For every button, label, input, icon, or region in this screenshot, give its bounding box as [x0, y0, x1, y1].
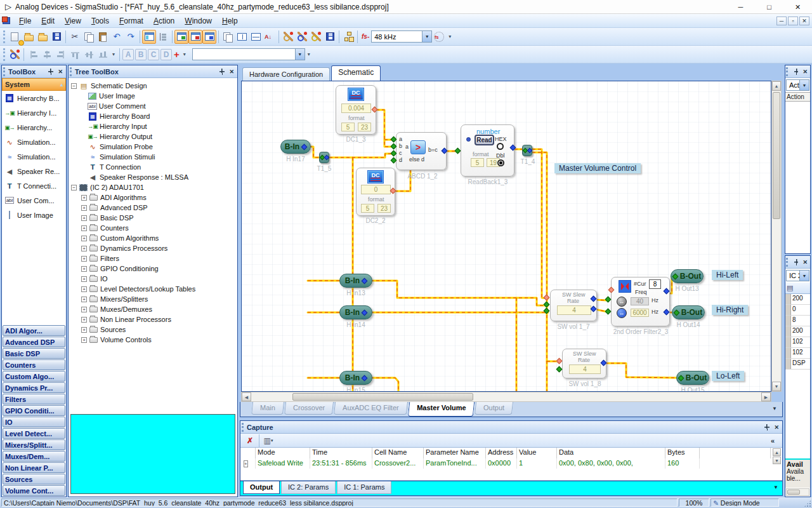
block-bin14[interactable]: B-In	[339, 305, 372, 319]
toolbar2-overflow[interactable]: ▾	[305, 51, 313, 57]
expand-toggle[interactable]: +	[81, 266, 87, 272]
block-readback[interactable]: number Read HEX format 5 19 Dbl	[461, 124, 514, 177]
page-tabs-dropdown-icon[interactable]: ▼	[772, 402, 777, 416]
format-preset-combo[interactable]: ▼	[192, 48, 305, 60]
swvol8-value-field[interactable]: 4	[569, 364, 601, 374]
page-tab-output[interactable]: Output	[475, 402, 513, 415]
collapse-panel-icon[interactable]: «	[771, 437, 775, 444]
table-scroll-up-icon[interactable]: ▲	[773, 448, 781, 456]
block-bout15[interactable]: B-Out	[676, 371, 709, 385]
toolbar-overflow[interactable]: ▾	[446, 34, 454, 39]
toolbox-item-simulation-stimuli[interactable]: ≈Simulation...	[2, 149, 66, 164]
tree-item-user-comment[interactable]: ablUser Comment	[88, 101, 237, 111]
pin-icon[interactable]	[219, 69, 225, 75]
resize-grip[interactable]	[804, 500, 811, 507]
close-icon[interactable]: ✕	[774, 424, 779, 431]
menu-item[interactable]: Format	[114, 15, 148, 27]
page-tab-crossover[interactable]: Crossover	[284, 402, 334, 415]
comment-lo-left[interactable]: Lo-Left	[712, 371, 744, 381]
pin-out[interactable]	[362, 375, 368, 381]
tree-ic-category[interactable]: +Custom Algorithms	[81, 233, 237, 243]
close-icon[interactable]: ✕	[802, 259, 808, 265]
open-project-button[interactable]	[22, 30, 36, 44]
split-horizontal-button[interactable]	[249, 30, 263, 44]
tree-ic-category[interactable]: +IO	[81, 274, 237, 284]
expand-toggle[interactable]: +	[81, 327, 87, 333]
comment-master-volume[interactable]: Master Volume Control	[554, 163, 641, 173]
block-swvol8[interactable]: SW Slew Rate 4	[562, 349, 606, 378]
dc1-format-field1[interactable]: 5	[341, 123, 355, 131]
menu-item[interactable]: Window	[180, 15, 217, 27]
tree-item-speaker-response[interactable]: ◀Speaker Response : MLSSA	[88, 172, 237, 182]
sort-button[interactable]: A↓	[263, 30, 277, 44]
filter-cur-field[interactable]: 8	[649, 279, 661, 289]
menu-item[interactable]: Edit	[36, 15, 60, 27]
tree-root-schematic-design[interactable]: − ▤ Schematic Design	[71, 81, 237, 91]
menu-item[interactable]: Tools	[86, 15, 114, 27]
dc1-format-field2[interactable]: 23	[358, 123, 371, 131]
expand-toggle[interactable]: +	[81, 246, 87, 251]
panel-hscrollbar[interactable]	[786, 488, 809, 496]
scroll-thumb[interactable]	[787, 490, 800, 495]
menu-item[interactable]: Help	[217, 15, 243, 27]
toolbox-category-button[interactable]: Non Linear P...	[3, 462, 65, 473]
param-row[interactable]: 0	[785, 305, 810, 316]
align-center-button[interactable]	[40, 48, 54, 62]
sample-rate-settings-button[interactable]: fs	[432, 30, 446, 44]
toolbox-item-hierarchy-output[interactable]: ▣→Hierarchy...	[2, 120, 66, 135]
tree-item-t-connection[interactable]: TT Connection	[88, 162, 237, 172]
choose-columns-button[interactable]: ▥▾	[261, 434, 275, 448]
tabs-dropdown-icon[interactable]: ▼	[773, 481, 778, 494]
toolbox-category-button[interactable]: Volume Cont...	[3, 485, 65, 496]
schematic-canvas[interactable]: DC 0.004 format 5 23 DC1_3 B-In H In17 T…	[241, 81, 771, 392]
row-expander[interactable]: +	[242, 458, 256, 469]
connect-mode-button[interactable]	[8, 48, 22, 62]
align-top-button[interactable]	[68, 48, 82, 62]
block-bout14[interactable]: B-Out	[672, 305, 705, 319]
tree-ic-category[interactable]: +ADI Algorithms	[81, 192, 237, 203]
ic2-panel-header[interactable]: ✕	[785, 256, 810, 269]
readback-format-field1[interactable]: 5	[471, 158, 484, 167]
param-row[interactable]: DSP	[785, 359, 810, 370]
expand-toggle[interactable]: +	[81, 337, 87, 343]
pin-out[interactable]	[301, 144, 308, 150]
format-d-button[interactable]: D	[160, 49, 172, 60]
copy-button[interactable]	[82, 30, 96, 44]
pin-in[interactable]	[672, 273, 678, 279]
col-address[interactable]: Address	[486, 448, 517, 458]
align-overflow[interactable]: ▾	[110, 51, 117, 57]
swvol7-value-field[interactable]: 4	[557, 305, 591, 315]
toolbar-grip[interactable]	[3, 30, 6, 43]
block-bin13[interactable]: B-In	[339, 274, 372, 288]
chevron-down-icon[interactable]: ▼	[799, 80, 809, 90]
cut-button[interactable]: ✂	[68, 30, 82, 44]
expand-toggle[interactable]: +	[81, 236, 87, 241]
tree-item-simulation-probe[interactable]: ∿Simulation Probe	[88, 142, 237, 152]
scroll-down-icon[interactable]: ▼	[772, 382, 781, 391]
drag-grip[interactable]	[242, 423, 244, 432]
duplicate-view-button[interactable]	[221, 30, 235, 44]
col-value[interactable]: Value	[517, 448, 557, 458]
block-bin15[interactable]: B-In	[339, 371, 372, 385]
format-a-button[interactable]: A	[122, 49, 134, 60]
read-button[interactable]: Read	[475, 135, 494, 145]
align-right-button[interactable]	[54, 48, 68, 62]
toolbox-panel-header[interactable]: ToolBox ✕	[2, 65, 66, 78]
dc1-value-field[interactable]: 0.004	[341, 104, 371, 113]
toolbox-item-speaker-response[interactable]: ◀Speaker Re...	[2, 164, 66, 178]
tree-item-hierarchy-output[interactable]: ▣→Hierarchy Output	[88, 131, 237, 142]
import-project-button[interactable]	[36, 30, 49, 44]
canvas-hscrollbar[interactable]: ◀ ▶	[241, 392, 771, 402]
add-format-dropdown[interactable]: ▾	[181, 51, 188, 57]
expand-toggle[interactable]: +	[81, 215, 87, 221]
chevron-down-icon[interactable]: ▼	[799, 271, 809, 281]
param-row[interactable]: 200	[785, 326, 810, 337]
expand-toggle[interactable]: +	[81, 276, 87, 282]
pin[interactable]	[324, 155, 329, 160]
expand-toggle[interactable]: +	[81, 205, 87, 211]
toolbox-category-button[interactable]: IO	[3, 417, 65, 427]
tree-ic-category[interactable]: +Counters	[81, 223, 237, 233]
block-dc2[interactable]: DC 0 format 5 23	[356, 168, 395, 216]
align-middle-button[interactable]	[82, 48, 96, 62]
col-bytes[interactable]: Bytes	[665, 448, 700, 458]
